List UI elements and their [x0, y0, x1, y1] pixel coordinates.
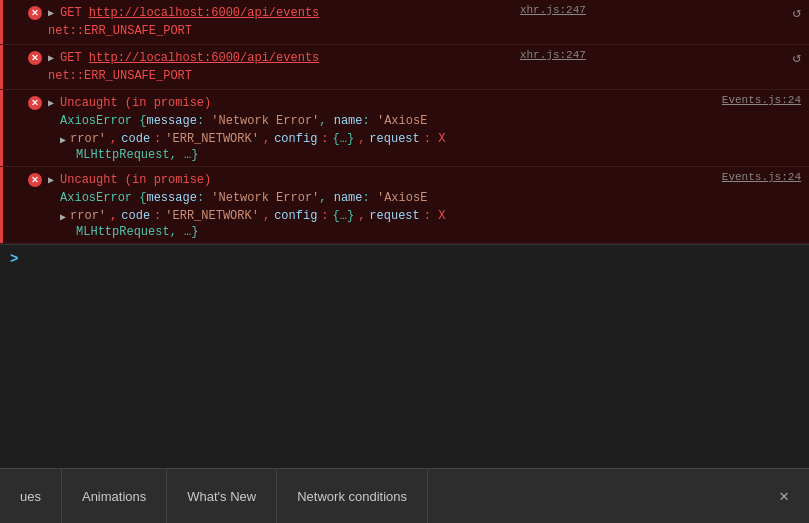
bottom-tabs-bar: ues Animations What's New Network condit… — [0, 468, 809, 523]
entry-4-label: Uncaught (in promise) — [60, 171, 211, 189]
entry-3-line2: ▶ rror', code: 'ERR_NETWORK', config: {…… — [60, 130, 801, 148]
entry-1-url[interactable]: http://localhost:6000/api/events — [89, 6, 319, 20]
error-icon-3 — [28, 96, 42, 110]
entry-1-method: GET http://localhost:6000/api/events — [60, 4, 319, 22]
entry-4-line3: MLHttpRequest, …} — [60, 225, 801, 239]
tab-network-conditions[interactable]: Network conditions — [277, 469, 428, 523]
entry-3-line3: MLHttpRequest, …} — [60, 148, 801, 162]
entry-2-source[interactable]: xhr.js:247 — [520, 49, 586, 61]
close-drawer-button[interactable]: ✕ — [759, 469, 809, 523]
entry-2-error-code: net::ERR_UNSAFE_PORT — [28, 67, 801, 85]
console-panel: ▶ GET http://localhost:6000/api/events x… — [0, 0, 809, 468]
replay-icon-1[interactable]: ↺ — [793, 4, 801, 21]
console-input[interactable] — [26, 252, 799, 267]
error-entry-2: ▶ GET http://localhost:6000/api/events x… — [0, 45, 809, 90]
error-entry-1: ▶ GET http://localhost:6000/api/events x… — [0, 0, 809, 45]
error-icon-1 — [28, 6, 42, 20]
entry-1-error-code: net::ERR_UNSAFE_PORT — [28, 22, 801, 40]
expand-toggle-3b[interactable]: ▶ — [60, 133, 66, 148]
expand-toggle-1[interactable]: ▶ — [48, 7, 54, 19]
entry-4-line2: ▶ rror', code: 'ERR_NETWORK', config: {…… — [60, 207, 801, 225]
entry-2-url[interactable]: http://localhost:6000/api/events — [89, 51, 319, 65]
expand-toggle-3[interactable]: ▶ — [48, 97, 54, 109]
error-icon-2 — [28, 51, 42, 65]
entry-3-label: Uncaught (in promise) — [60, 94, 211, 112]
replay-icon-2[interactable]: ↺ — [793, 49, 801, 66]
entry-2-method: GET http://localhost:6000/api/events — [60, 49, 319, 67]
expand-toggle-4b[interactable]: ▶ — [60, 210, 66, 225]
expand-toggle-4[interactable]: ▶ — [48, 174, 54, 186]
entry-4-source[interactable]: Events.js:24 — [722, 171, 801, 183]
console-input-row: > — [0, 244, 809, 273]
error-icon-4 — [28, 173, 42, 187]
entry-4-line1: AxiosError {message: 'Network Error', na… — [60, 189, 801, 207]
error-entry-4: ▶ Uncaught (in promise) Events.js:24 Axi… — [0, 167, 809, 244]
entry-3-line1: AxiosError {message: 'Network Error', na… — [60, 112, 801, 130]
expand-toggle-2[interactable]: ▶ — [48, 52, 54, 64]
entry-1-source[interactable]: xhr.js:247 — [520, 4, 586, 16]
tab-animations[interactable]: Animations — [62, 469, 167, 523]
entry-3-source[interactable]: Events.js:24 — [722, 94, 801, 106]
console-prompt: > — [10, 251, 18, 267]
tab-issues[interactable]: ues — [0, 469, 62, 523]
tab-whats-new[interactable]: What's New — [167, 469, 277, 523]
error-entry-3: ▶ Uncaught (in promise) Events.js:24 Axi… — [0, 90, 809, 167]
